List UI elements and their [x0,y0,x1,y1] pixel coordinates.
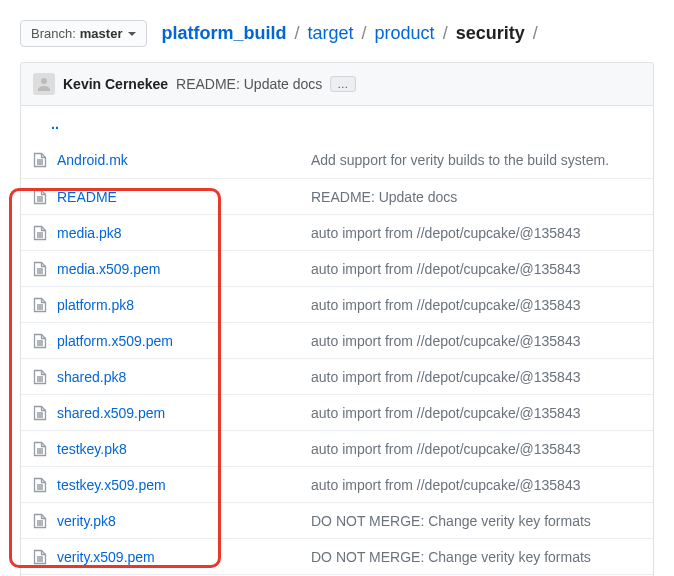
file-row[interactable]: shared.x509.pem auto import from //depot… [21,394,653,430]
avatar [33,73,55,95]
file-icon [33,261,51,277]
file-name-cell: media.pk8 [51,225,311,241]
file-link[interactable]: testkey.x509.pem [57,477,166,493]
file-link[interactable]: media.pk8 [57,225,122,241]
file-row[interactable]: media.pk8 auto import from //depot/cupca… [21,214,653,250]
file-link[interactable]: shared.pk8 [57,369,126,385]
file-icon [33,477,51,493]
parent-dir-link[interactable]: .. [51,116,59,132]
file-row[interactable]: platform.x509.pem auto import from //dep… [21,322,653,358]
file-icon [33,369,51,385]
file-commit-message[interactable]: auto import from //depot/cupcake/@135843 [311,405,641,421]
file-icon [33,405,51,421]
file-name-cell: testkey.x509.pem [51,477,311,493]
file-name-cell: media.x509.pem [51,261,311,277]
file-row[interactable]: verity.pk8 DO NOT MERGE: Change verity k… [21,502,653,538]
branch-select-button[interactable]: Branch: master [20,20,147,47]
file-commit-message[interactable]: DO NOT MERGE: Change verity key formats [311,549,641,565]
breadcrumb-link[interactable]: product [375,23,435,43]
user-icon [36,76,52,92]
file-commit-message[interactable]: auto import from //depot/cupcake/@135843 [311,333,641,349]
file-icon [33,152,51,168]
file-name-cell: verity.pk8 [51,513,311,529]
breadcrumb-sep: / [440,23,451,43]
file-link[interactable]: verity.pk8 [57,513,116,529]
expand-commit-button[interactable]: … [330,76,356,92]
breadcrumb-link[interactable]: target [308,23,354,43]
file-row[interactable]: shared.pk8 auto import from //depot/cupc… [21,358,653,394]
file-link[interactable]: verity.x509.pem [57,549,155,565]
breadcrumb-sep: / [359,23,370,43]
breadcrumb-current: security [456,23,525,43]
file-link[interactable]: platform.x509.pem [57,333,173,349]
file-name-cell: Android.mk [51,152,311,168]
file-name-cell: testkey.pk8 [51,441,311,457]
file-commit-message[interactable]: auto import from //depot/cupcake/@135843 [311,225,641,241]
file-link[interactable]: platform.pk8 [57,297,134,313]
commit-author[interactable]: Kevin Cernekee [63,76,168,92]
file-commit-message[interactable]: auto import from //depot/cupcake/@135843 [311,477,641,493]
file-row[interactable]: Android.mk Add support for verity builds… [21,142,653,178]
file-row[interactable]: README README: Update docs [21,178,653,214]
file-icon [33,441,51,457]
file-row[interactable]: verity.x509.pem DO NOT MERGE: Change ver… [21,538,653,574]
file-icon [33,333,51,349]
file-commit-message[interactable]: auto import from //depot/cupcake/@135843 [311,369,641,385]
latest-commit-bar: Kevin Cernekee README: Update docs … [20,62,654,106]
file-row[interactable]: platform.pk8 auto import from //depot/cu… [21,286,653,322]
file-row[interactable]: testkey.pk8 auto import from //depot/cup… [21,430,653,466]
header-bar: Branch: master platform_build / target /… [0,0,674,62]
breadcrumb-sep: / [530,23,541,43]
file-icon [33,189,51,205]
file-name-cell: platform.x509.pem [51,333,311,349]
branch-name: master [80,26,123,41]
file-link[interactable]: shared.x509.pem [57,405,165,421]
file-link[interactable]: README [57,189,117,205]
file-icon [33,297,51,313]
file-name-cell: platform.pk8 [51,297,311,313]
file-list: .. Android.mk Add support for verity bui… [20,106,654,576]
breadcrumb-root-link[interactable]: platform_build [161,23,286,43]
file-commit-message[interactable]: auto import from //depot/cupcake/@135843 [311,297,641,313]
caret-down-icon [128,32,136,36]
breadcrumb: platform_build / target / product / secu… [161,23,540,44]
file-commit-message[interactable]: Add support for verity builds to the bui… [311,152,641,168]
file-name-cell: shared.pk8 [51,369,311,385]
file-icon [33,513,51,529]
file-name-cell: README [51,189,311,205]
file-link[interactable]: Android.mk [57,152,128,168]
file-row[interactable]: testkey.x509.pem auto import from //depo… [21,466,653,502]
file-link[interactable]: testkey.pk8 [57,441,127,457]
file-name-cell: verity.x509.pem [51,549,311,565]
file-row[interactable]: media.x509.pem auto import from //depot/… [21,250,653,286]
breadcrumb-sep: / [291,23,302,43]
file-commit-message[interactable]: README: Update docs [311,189,641,205]
branch-label: Branch: [31,26,76,41]
commit-message[interactable]: README: Update docs [176,76,322,92]
file-commit-message[interactable]: auto import from //depot/cupcake/@135843 [311,261,641,277]
file-link[interactable]: media.x509.pem [57,261,161,277]
file-icon [33,549,51,565]
parent-dir-row[interactable]: .. [21,106,653,142]
file-icon [33,225,51,241]
file-commit-message[interactable]: auto import from //depot/cupcake/@135843 [311,441,641,457]
file-name-cell: shared.x509.pem [51,405,311,421]
file-commit-message[interactable]: DO NOT MERGE: Change verity key formats [311,513,641,529]
